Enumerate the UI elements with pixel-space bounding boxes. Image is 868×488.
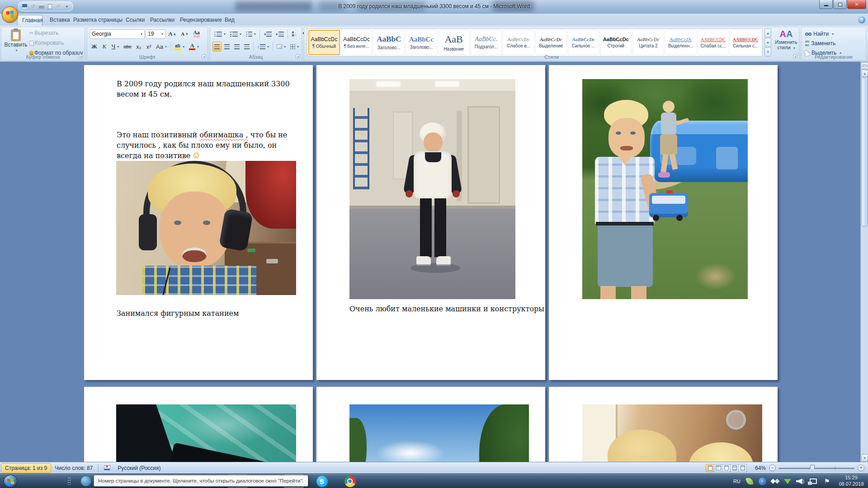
style-item[interactable]: AABBCCDCСлабая сс... (698, 30, 729, 55)
document-page-1[interactable]: В 2009 году родился наш младшенький 3300… (84, 65, 313, 380)
language-button[interactable]: Русский (Россия) (114, 463, 164, 473)
tab-page-layout[interactable]: Разметка страницы (69, 15, 127, 26)
undo-icon[interactable]: ↶ (55, 3, 62, 10)
copy-button[interactable]: Копировать (29, 40, 64, 46)
tray-download-icon[interactable] (782, 474, 793, 488)
style-item[interactable]: AaBbCcDcЦитата 2 (632, 30, 664, 55)
web-layout-view-button[interactable] (722, 464, 731, 472)
styles-scroll-up[interactable]: ▲ (764, 28, 771, 38)
find-button[interactable]: Найти▾ (805, 29, 834, 38)
restore-button[interactable] (833, 0, 847, 9)
tab-mailings[interactable]: Рассылки (146, 15, 179, 26)
taskbar-app-icon[interactable] (76, 474, 96, 488)
sort-button[interactable]: АЯ↓ (290, 29, 299, 39)
paste-button[interactable]: Вставить ▾ (4, 29, 28, 52)
zoom-level[interactable]: 64% (755, 465, 766, 471)
save-icon[interactable] (21, 3, 28, 10)
replace-button[interactable]: abacЗаменить (805, 39, 835, 48)
scrollbar-thumb[interactable] (861, 77, 868, 226)
volume-icon[interactable]: ) (795, 474, 806, 488)
dropbox-icon[interactable] (769, 474, 780, 488)
fullscreen-reading-view-button[interactable] (714, 464, 722, 472)
minimize-button[interactable] (819, 0, 833, 9)
superscript-button[interactable]: x² (144, 42, 153, 52)
cut-button[interactable]: ✂Вырезать (29, 30, 59, 36)
zoom-in-button[interactable]: + (858, 465, 864, 471)
style-item[interactable]: AaBbCc.Подзагол... (471, 30, 502, 55)
borders-button[interactable]: ▾ (288, 42, 301, 52)
document-page-3[interactable] (549, 65, 778, 380)
tray-punto-icon[interactable] (757, 474, 768, 488)
print-icon[interactable] (38, 3, 45, 10)
underline-button[interactable]: Ч▾ (110, 42, 121, 52)
word-count-button[interactable]: Число слов: 87 (51, 463, 96, 473)
qat-customize-icon[interactable]: ▾ (63, 3, 70, 10)
help-icon[interactable]: ? (858, 16, 865, 23)
styles-scroll-down[interactable]: ▼ (764, 38, 771, 47)
ruler-toggle-button[interactable] (861, 62, 868, 69)
style-item[interactable]: АаВНазвание (438, 30, 470, 55)
justify-button[interactable] (242, 42, 251, 52)
change-styles-button[interactable]: АА Изменить стили ▾ (774, 29, 798, 51)
outline-view-button[interactable] (730, 464, 739, 472)
change-case-button[interactable]: Aa▾ (154, 42, 169, 52)
zoom-slider-thumb[interactable] (810, 465, 815, 471)
align-left-button[interactable] (212, 42, 222, 52)
decrease-indent-button[interactable]: ◂ (262, 29, 274, 39)
document-page-6[interactable] (549, 387, 778, 462)
style-item[interactable]: AaBbCcDcСтрогий (600, 30, 632, 55)
align-right-button[interactable] (232, 42, 241, 52)
bullets-button[interactable]: ▾ (212, 29, 227, 39)
style-item[interactable]: AaBbCcDcСлабое в... (503, 30, 534, 55)
page-number-button[interactable]: Страница: 1 из 9 (1, 463, 51, 473)
skype-icon[interactable]: S (312, 474, 332, 488)
vertical-scrollbar[interactable]: ▲ ▼ (860, 62, 868, 462)
shading-button[interactable]: ▾ (275, 42, 288, 52)
tab-references[interactable]: Ссылки (121, 15, 149, 26)
font-name-combo[interactable]: Georgia▾ (90, 29, 145, 39)
spellcheck-button[interactable]: × (100, 463, 114, 473)
subscript-button[interactable]: x₂ (134, 42, 143, 52)
bold-button[interactable]: Ж (90, 42, 99, 52)
font-size-combo[interactable]: 19▾ (146, 29, 165, 39)
scroll-down-arrow[interactable]: ▼ (861, 454, 868, 461)
strikethrough-button[interactable]: abc (122, 42, 133, 52)
taskbar-clock[interactable]: 15:2908.07.2018 (836, 474, 866, 488)
document-page-4[interactable] (84, 387, 313, 462)
zoom-slider-track[interactable] (778, 468, 854, 469)
shrink-font-button[interactable]: А▼ (179, 29, 190, 39)
font-color-button[interactable]: А▾ (187, 42, 201, 52)
print-layout-view-button[interactable] (706, 464, 714, 472)
document-area[interactable]: В 2009 году родился наш младшенький 3300… (0, 62, 868, 462)
style-item[interactable]: AaBbCcЗаголово... (406, 30, 437, 55)
italic-button[interactable]: К (100, 42, 109, 52)
paragraph-dialog-launcher[interactable] (296, 54, 300, 59)
styles-dialog-launcher[interactable] (793, 54, 797, 59)
clear-formatting-button[interactable]: Aa (191, 29, 202, 39)
grow-font-button[interactable]: А▲ (166, 29, 178, 39)
taskbar-grip[interactable] (68, 478, 71, 485)
tab-view[interactable]: Вид (220, 15, 239, 26)
tab-review[interactable]: Рецензирование (175, 15, 226, 26)
style-item[interactable]: AaBbCcDcВыделение (535, 30, 567, 55)
start-button[interactable] (4, 475, 17, 488)
tab-home[interactable]: Главная (17, 15, 42, 26)
undo-history-icon[interactable]: ↺ (30, 3, 37, 10)
print-preview-icon[interactable] (47, 3, 53, 10)
numbering-button[interactable]: ▾ (228, 29, 243, 39)
multilevel-list-button[interactable]: ▾ (244, 29, 258, 39)
language-indicator[interactable]: RU (731, 474, 742, 488)
increase-indent-button[interactable]: ▸ (274, 29, 286, 39)
document-page-2[interactable]: Очень любит маленькие машинки и конструк… (316, 65, 545, 380)
highlight-button[interactable]: ab▾ (173, 42, 186, 52)
scroll-up-arrow[interactable]: ▲ (861, 70, 868, 77)
draft-view-button[interactable] (738, 464, 747, 472)
line-spacing-button[interactable]: ↕▾ (255, 42, 271, 52)
chrome-icon[interactable] (340, 474, 360, 488)
network-icon[interactable] (807, 474, 819, 488)
style-item[interactable]: AaBbCcDc¶ Без инте... (341, 30, 373, 55)
align-center-button[interactable] (222, 42, 231, 52)
close-button[interactable]: × (847, 0, 866, 9)
style-item[interactable]: AaBbCcDc¶ Обычный (308, 30, 340, 55)
style-item[interactable]: AaBbCcDcСильное ... (568, 30, 599, 55)
